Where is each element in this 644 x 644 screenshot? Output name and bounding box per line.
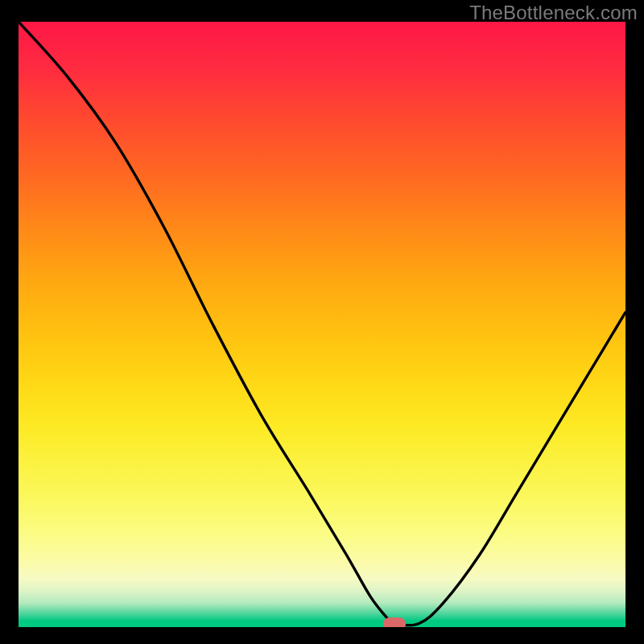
chart-container: TheBottleneck.com [0, 0, 644, 644]
watermark-text: TheBottleneck.com [469, 2, 638, 24]
data-curve [19, 22, 625, 625]
plot-area [19, 22, 625, 627]
chart-svg [19, 22, 625, 627]
min-marker [383, 617, 406, 627]
